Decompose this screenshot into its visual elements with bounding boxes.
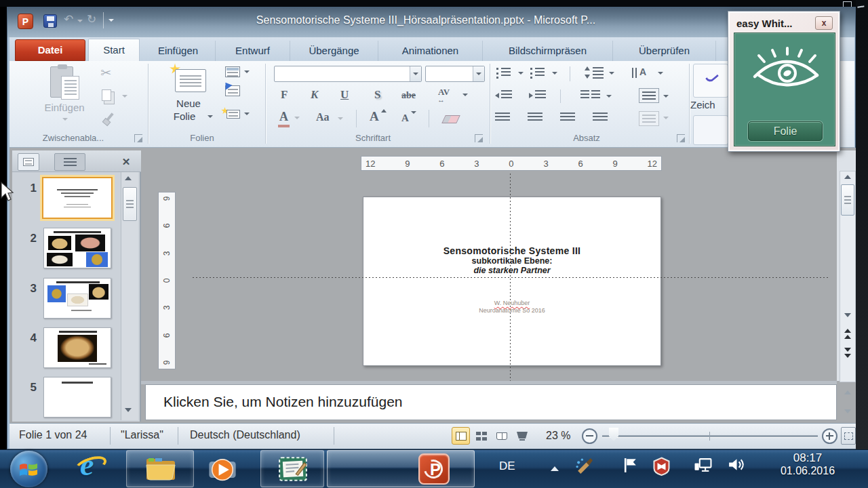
save-button[interactable] <box>43 14 57 28</box>
align-right-button[interactable] <box>560 113 575 123</box>
zoom-out-button[interactable] <box>582 428 597 444</box>
font-color-button[interactable]: A <box>279 110 288 124</box>
drawing-partial-box[interactable] <box>693 115 728 145</box>
reset-slide-button[interactable] <box>225 85 240 96</box>
next-slide-button[interactable] <box>841 346 854 362</box>
status-language[interactable]: Deutsch (Deutschland) <box>190 429 300 441</box>
slides-panel-close-button[interactable]: ✕ <box>118 155 134 169</box>
tray-mcafee-shield-icon[interactable] <box>652 457 671 476</box>
panel-scrollbar-thumb[interactable] <box>123 187 137 221</box>
tray-action-center-flag-icon[interactable] <box>623 457 638 474</box>
clear-formatting-button[interactable] <box>442 111 462 126</box>
main-scrollbar-thumb[interactable] <box>841 184 854 216</box>
slide-1-thumbnail[interactable] <box>42 177 113 219</box>
spacing-dropdown-icon[interactable] <box>462 94 468 96</box>
tray-brush-icon[interactable] <box>575 457 593 475</box>
paste-button[interactable]: Einfügen <box>27 64 102 131</box>
taskbar-mediaplayer-button[interactable] <box>202 451 243 487</box>
view-normal-button[interactable] <box>452 427 470 445</box>
strikethrough-button[interactable]: abe <box>401 90 416 101</box>
notes-scroll-up-icon[interactable] <box>844 390 851 394</box>
smartart-dropdown-icon[interactable] <box>663 117 669 119</box>
align-left-button[interactable] <box>495 113 510 123</box>
copy-button[interactable] <box>102 89 111 101</box>
view-slideshow-button[interactable] <box>513 427 531 445</box>
text-direction-button[interactable]: A <box>631 66 654 80</box>
shadow-button[interactable]: S <box>374 88 380 102</box>
tab-einfuegen[interactable]: Einfügen <box>141 41 216 61</box>
font-name-dropdown[interactable] <box>410 66 421 81</box>
status-slide-info[interactable]: Folie 1 von 24 <box>19 429 87 441</box>
main-scroll-up-icon[interactable] <box>844 175 851 179</box>
main-scroll-down-icon[interactable] <box>844 313 851 317</box>
new-slide-button[interactable]: Neue Folie <box>157 64 220 131</box>
zoom-level[interactable]: 23 % <box>546 430 570 442</box>
grow-font-button[interactable]: A <box>370 109 379 124</box>
format-painter-button[interactable] <box>102 111 118 127</box>
zoom-in-button[interactable] <box>822 428 837 444</box>
font-dialog-launcher[interactable] <box>475 134 483 142</box>
slide-title-block[interactable]: Sensomotorische Systeme III subkortikale… <box>363 245 661 275</box>
start-button[interactable] <box>10 451 47 487</box>
font-name-combo[interactable] <box>274 66 422 82</box>
tab-ueberpruefen[interactable]: Überprüfen <box>613 41 716 61</box>
taskbar-ie-button[interactable]: e <box>71 451 115 487</box>
italic-button[interactable]: K <box>311 88 318 102</box>
undo-dropdown-icon[interactable] <box>77 20 83 22</box>
easy-white-close-button[interactable]: x <box>815 16 833 30</box>
line-spacing-dropdown-icon[interactable] <box>609 72 614 75</box>
clock[interactable]: 08:17 01.06.2016 <box>764 451 852 477</box>
slide-5-thumbnail[interactable] <box>43 377 111 418</box>
font-color-dropdown-icon[interactable] <box>294 117 300 119</box>
underline-button[interactable]: U <box>340 88 349 102</box>
section-button[interactable] <box>226 110 240 119</box>
tray-volume-icon[interactable] <box>727 457 747 472</box>
notes-scroll-down-icon[interactable] <box>844 409 851 413</box>
prev-slide-button[interactable] <box>841 327 854 343</box>
easy-white-folie-button[interactable]: Folie <box>748 121 823 141</box>
fit-to-window-button[interactable] <box>841 427 856 445</box>
slide-subtitle-block[interactable]: W. Neuhuber Neuroanatomie So 2016 <box>363 300 661 314</box>
align-center-button[interactable] <box>528 113 542 123</box>
taskbar-powerpoint-button[interactable]: P <box>327 450 475 487</box>
shrink-font-button[interactable]: A <box>401 113 409 124</box>
redo-button[interactable]: ↻ <box>87 12 96 26</box>
taskbar-notes-app-button[interactable] <box>260 450 324 487</box>
cut-button[interactable]: ✂ <box>100 65 111 81</box>
shapes-gallery-partial[interactable] <box>693 64 728 98</box>
align-text-dropdown-icon[interactable] <box>663 95 669 98</box>
text-direction-dropdown-icon[interactable] <box>658 72 663 75</box>
status-theme-name[interactable]: "Larissa" <box>121 429 163 441</box>
tab-bildschirmpraesentation[interactable]: Bildschirmpräsen <box>483 41 613 61</box>
columns-button[interactable] <box>580 90 601 101</box>
bullets-button[interactable] <box>496 68 513 79</box>
paragraph-dialog-launcher[interactable] <box>677 134 685 142</box>
section-dropdown-icon[interactable] <box>244 113 250 115</box>
tab-animationen[interactable]: Animationen <box>378 41 483 61</box>
panel-scroll-down-icon[interactable] <box>125 408 132 412</box>
decrease-indent-button[interactable] <box>495 90 513 101</box>
qat-dropdown-icon[interactable] <box>108 19 114 22</box>
bullets-dropdown-icon[interactable] <box>518 72 524 75</box>
guide-horizontal[interactable] <box>193 277 830 278</box>
slide-4-thumbnail[interactable] <box>43 327 111 368</box>
tab-gliederung[interactable] <box>54 153 85 171</box>
tab-start[interactable]: Start <box>88 39 140 61</box>
slide-2-thumbnail[interactable] <box>43 228 111 268</box>
view-sorter-button[interactable] <box>472 427 490 445</box>
tab-entwurf[interactable]: Entwurf <box>216 41 290 61</box>
view-reading-button[interactable] <box>492 427 511 445</box>
bold-button[interactable]: F <box>281 88 288 102</box>
line-spacing-button[interactable] <box>583 66 605 80</box>
clipboard-dialog-launcher[interactable] <box>134 134 142 142</box>
columns-dropdown-icon[interactable] <box>606 95 612 98</box>
zoom-slider-track[interactable] <box>602 435 818 437</box>
taskbar-explorer-button[interactable] <box>126 450 194 487</box>
slide-canvas[interactable] <box>363 197 661 366</box>
change-case-button[interactable]: Aa <box>316 111 330 123</box>
case-dropdown-icon[interactable] <box>338 117 343 120</box>
smartart-convert-button[interactable] <box>639 111 659 126</box>
undo-button[interactable]: ↶ <box>64 12 73 26</box>
panel-scroll-up-icon[interactable] <box>125 176 132 180</box>
tray-network-icon[interactable] <box>693 457 713 474</box>
